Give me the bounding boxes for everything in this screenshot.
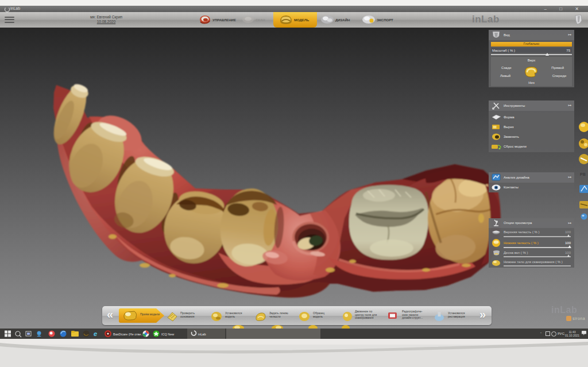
svg-text:РВ: РВ: [580, 172, 586, 176]
svg-text:inLab: inLab: [198, 333, 206, 336]
svg-text:BasDicare (Не отве...: BasDicare (Не отве...: [113, 333, 144, 336]
svg-text:e: e: [94, 330, 97, 337]
svg-text:ICQ New: ICQ New: [161, 333, 174, 336]
